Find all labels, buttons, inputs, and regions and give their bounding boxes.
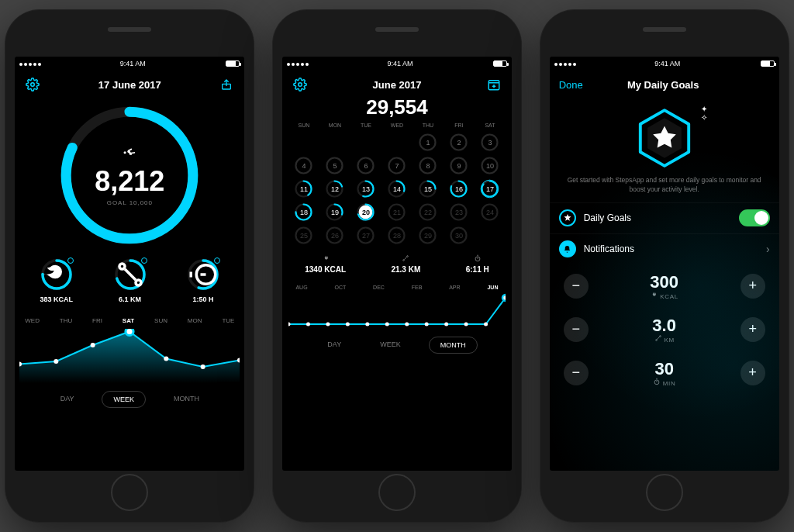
calendar-day[interactable]: 25 bbox=[294, 226, 313, 245]
svg-point-75 bbox=[444, 323, 448, 326]
svg-point-78 bbox=[502, 295, 506, 301]
increment-button[interactable]: + bbox=[740, 274, 765, 299]
month-stat: 1340 KCAL bbox=[305, 254, 346, 274]
sparkles-icon: ✦✧ bbox=[701, 105, 707, 122]
settings-button[interactable] bbox=[24, 76, 41, 93]
daily-goals-toggle[interactable] bbox=[739, 209, 770, 226]
decrement-button[interactable]: − bbox=[564, 274, 589, 299]
tab-day[interactable]: DAY bbox=[316, 337, 352, 354]
calendar-day[interactable]: 2 bbox=[449, 133, 468, 152]
dow-label: SAT bbox=[475, 123, 506, 128]
calendar-day[interactable]: 27 bbox=[356, 226, 375, 245]
daily-goals-row[interactable]: Daily Goals bbox=[550, 202, 779, 233]
calendar-day[interactable]: 30 bbox=[449, 226, 468, 245]
calendar-day[interactable]: 28 bbox=[387, 226, 406, 245]
calendar-day[interactable]: 4 bbox=[294, 156, 313, 175]
calendar-day[interactable]: 26 bbox=[325, 226, 344, 245]
day-label[interactable]: TUE bbox=[222, 317, 234, 324]
day-label[interactable]: WED bbox=[25, 317, 40, 324]
distance-icon bbox=[654, 337, 662, 344]
calendar-day[interactable]: 10 bbox=[480, 156, 499, 175]
calendar-day[interactable]: 20 bbox=[356, 202, 375, 222]
calendar-day[interactable]: 18 bbox=[294, 202, 313, 222]
calendar-day[interactable]: 17 bbox=[480, 179, 499, 199]
tab-month[interactable]: MONTH bbox=[163, 391, 210, 408]
tab-day[interactable]: DAY bbox=[50, 391, 85, 408]
tab-week[interactable]: WEEK bbox=[102, 391, 146, 408]
mini-ring-time[interactable]: 1:50 H bbox=[187, 258, 219, 303]
day-label[interactable]: FRI bbox=[92, 317, 102, 324]
day-label[interactable]: SUN bbox=[154, 317, 167, 324]
day-label[interactable]: THU bbox=[60, 317, 72, 324]
month-steps-total: 29,554 bbox=[282, 95, 512, 119]
done-button[interactable]: Done bbox=[559, 79, 583, 91]
battery-icon bbox=[761, 60, 775, 67]
calendar-day[interactable]: 29 bbox=[418, 226, 437, 245]
stopwatch-icon bbox=[474, 254, 482, 264]
calendar-day[interactable]: 21 bbox=[387, 202, 406, 222]
svg-point-67 bbox=[288, 323, 291, 326]
phone-month: 9:41 AM June 2017 29,554 SUNMONTUEWEDTHU… bbox=[273, 10, 521, 522]
calendar-day[interactable]: 6 bbox=[356, 156, 375, 175]
calendar-day[interactable]: 14 bbox=[387, 179, 406, 199]
calendar-day[interactable]: 24 bbox=[480, 202, 499, 222]
svg-point-73 bbox=[405, 323, 409, 326]
calendar-day[interactable]: 9 bbox=[449, 156, 468, 175]
share-button[interactable] bbox=[218, 76, 235, 93]
calendar-day[interactable]: 16 bbox=[449, 179, 468, 199]
goals-title: My Daily Goals bbox=[583, 79, 744, 91]
mini-ring-km[interactable]: 6.1 KM bbox=[114, 258, 147, 303]
calendar-add-button[interactable] bbox=[485, 76, 502, 93]
tab-month[interactable]: MONTH bbox=[429, 337, 478, 354]
notifications-row[interactable]: Notifications › bbox=[550, 233, 779, 264]
phone-daily: 9:41 AM 17 June 2017 8,212 GOAL 10,000 bbox=[5, 10, 254, 522]
goal-value: 300 bbox=[650, 272, 678, 292]
month-label[interactable]: APR bbox=[449, 285, 460, 290]
signal-dots-icon bbox=[554, 60, 578, 67]
settings-button[interactable] bbox=[292, 76, 309, 93]
month-stat: 21.3 KM bbox=[391, 254, 420, 274]
calendar-day[interactable]: 19 bbox=[325, 202, 344, 222]
month-title: June 2017 bbox=[309, 79, 485, 91]
month-label[interactable]: OCT bbox=[334, 285, 346, 290]
calendar-day[interactable]: 7 bbox=[387, 156, 406, 175]
calendar-day[interactable]: 8 bbox=[418, 156, 437, 175]
signal-dots-icon bbox=[287, 60, 310, 67]
svg-point-68 bbox=[306, 323, 310, 326]
svg-point-65 bbox=[407, 256, 409, 257]
svg-point-74 bbox=[425, 323, 429, 326]
flame-icon bbox=[40, 258, 73, 291]
increment-button[interactable]: + bbox=[740, 361, 765, 385]
month-label[interactable]: DEC bbox=[373, 285, 385, 290]
chevron-right-icon: › bbox=[766, 243, 770, 255]
nav-bar: June 2017 bbox=[282, 71, 512, 98]
calendar-day[interactable]: 1 bbox=[418, 133, 437, 152]
mini-ring-kcal[interactable]: 383 KCAL bbox=[40, 258, 74, 303]
goal-label: GOAL 10,000 bbox=[107, 199, 153, 206]
svg-point-19 bbox=[201, 364, 205, 369]
calendar-day[interactable]: 12 bbox=[325, 179, 344, 199]
day-label[interactable]: SAT bbox=[123, 317, 134, 324]
month-label[interactable]: JUN bbox=[487, 285, 498, 290]
svg-point-0 bbox=[31, 83, 35, 87]
distance-icon bbox=[402, 254, 409, 264]
tab-week[interactable]: WEEK bbox=[369, 337, 412, 354]
decrement-button[interactable]: − bbox=[564, 361, 589, 385]
decrement-button[interactable]: − bbox=[564, 317, 589, 342]
goal-unit: MIN bbox=[653, 378, 675, 387]
calendar-day[interactable]: 23 bbox=[449, 202, 468, 222]
steps-progress-ring: 8,212 GOAL 10,000 bbox=[57, 103, 202, 247]
svg-point-4 bbox=[124, 151, 126, 154]
month-label[interactable]: FEB bbox=[412, 285, 423, 290]
calendar-day[interactable]: 3 bbox=[480, 133, 499, 152]
increment-button[interactable]: + bbox=[740, 317, 765, 342]
day-label[interactable]: MON bbox=[188, 317, 202, 324]
daily-goals-label: Daily Goals bbox=[584, 212, 631, 223]
calendar-day[interactable]: 15 bbox=[418, 179, 437, 199]
calendar-day[interactable]: 5 bbox=[325, 156, 344, 175]
goals-badge-icon: ✦✧ bbox=[634, 108, 695, 168]
calendar-day[interactable]: 22 bbox=[418, 202, 437, 222]
month-label[interactable]: AUG bbox=[295, 285, 307, 290]
calendar-day[interactable]: 13 bbox=[356, 179, 375, 199]
calendar-day[interactable]: 11 bbox=[294, 179, 313, 199]
